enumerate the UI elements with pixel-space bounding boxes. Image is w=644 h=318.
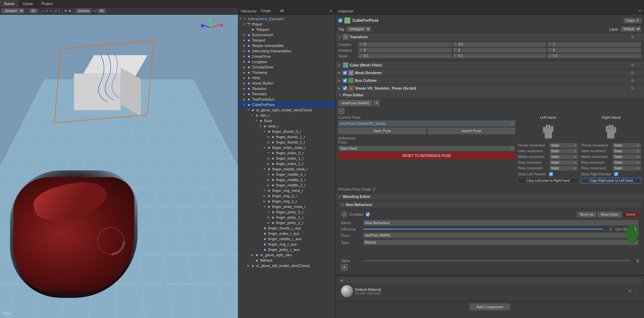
ref-pose-dropdown[interactable]: Open Hand ▼ [338,146,515,151]
material-settings-icon[interactable]: ⚙ [628,289,632,294]
tree-item-remotes[interactable]: ▶ ◆ Remotes [238,91,335,97]
mesh-renderer-checkbox[interactable] [343,71,347,75]
hierarchy-close-icon[interactable]: ✕ [329,9,333,13]
rotate-tool-icon[interactable]: ⊕ [68,9,71,13]
show-left-preview-checkbox[interactable] [549,172,553,176]
thumb-dropdown-left[interactable]: Static ▼ [549,143,578,148]
transform-header[interactable]: ▼ ⊕ Transform ⚙ ⋮ [336,33,644,41]
tree-item-longbow[interactable]: ▶ ◆ Longbow [238,59,335,64]
tree-item-fallback[interactable]: ◆ fallback [238,258,335,263]
show-right-preview-checkbox[interactable] [614,172,618,176]
delete-btn[interactable]: Delete [623,212,639,217]
box-collider-settings-icon[interactable]: ⚙ [630,78,635,83]
mesh-filter-settings-icon[interactable]: ⚙ [630,63,635,67]
tree-item-hover[interactable]: ▶ ◆ Hover Button [238,81,335,86]
mesh-renderer-settings-icon[interactable]: ⚙ [630,71,635,75]
blending-editor-header[interactable]: ▼ Blending Editor [336,194,644,200]
tree-item-middle-meta[interactable]: ▼ ◆ finger_middle_meta_r [238,166,335,172]
new-behaviour-header[interactable]: ▼ New Behaviour [338,202,641,208]
tree-item-thumb0[interactable]: ▼ ◆ finger_thumb_0_r [238,129,335,134]
gizmos-button[interactable]: Gizmos [76,8,92,13]
pose-editor-header[interactable]: ▼ Pose Editor [336,92,644,98]
transform-menu-icon[interactable]: ⋮ [636,35,641,39]
tree-item-ring-meta[interactable]: ▼ ◆ finger_ring_meta_r [238,188,335,193]
copy-right-to-left-btn[interactable]: Copy Right pose to Left hand [581,178,641,183]
tab-game[interactable]: Game [19,0,37,7]
tree-item-interesting[interactable]: ▶ ◆ Interesting Interactables [238,48,335,54]
tree-item-glove-right[interactable]: ▼ ◆ vr_glove_right_model_slim(Clone) [238,107,335,113]
tree-item-simple[interactable]: ▶ ◆ Simple Interactable [238,43,335,48]
material-header[interactable]: ▶ [338,278,641,283]
2d-button[interactable]: 2D [29,8,38,13]
tree-item-thumb1[interactable]: ▶ ◆ finger_thumb_1_r [238,134,335,140]
hierarchy-all-btn[interactable]: All [279,9,285,13]
tree-item-cubeforpose[interactable]: ▼ ◆ CubeForPose [238,102,335,107]
pose-field-dropdown[interactable]: newPose (MAIN) ▼ [363,232,639,238]
tree-item-pinky0[interactable]: ▼ ◆ finger_pinky_0_r [238,209,335,215]
tree-item-thumb2[interactable]: ▶ ◆ finger_thumb_2_r [238,140,335,145]
add-component-btn[interactable]: Add Component [469,304,510,310]
tree-item-skeleton[interactable]: ▶ ◆ Skeleton [238,86,335,91]
tree-item-lineardrive[interactable]: ▶ ◆ LinearDrive [238,54,335,59]
move-tool-icon[interactable]: ✕ [64,9,67,13]
scene-root-item[interactable]: ▼ ⬡ Interactions_Example* [238,16,335,21]
add-behaviour-btn[interactable]: + [341,264,348,271]
tree-item-circulardrive[interactable]: ▶ ◆ CircularDrive [238,64,335,70]
value-slider[interactable] [363,260,630,261]
transform-settings-icon[interactable]: ⚙ [630,35,635,39]
tree-item-player[interactable]: ▼ 📷 Player [238,21,335,27]
tree-item-pinky-aux[interactable]: ◆ finger_pinky_r_aux [238,247,335,252]
behaviour-enabled-checkbox[interactable] [366,212,370,216]
mesh-filter-header[interactable]: ▶ ⬡ Cube (Mesh Filter) ⚙ ⋮ [336,61,644,69]
tree-item-teleport[interactable]: ◆ Teleport [238,27,335,32]
tab-project[interactable]: Project [37,0,57,7]
reset-to-ref-btn[interactable]: RESET TO REFERENCE POSE [338,153,515,159]
tree-item-testforaction[interactable]: ▶ ◆ TestForAction [238,97,335,102]
tree-item-environment[interactable]: ▶ ◆ Environment [238,32,335,38]
influence-slider[interactable] [363,228,603,230]
tree-item-root[interactable]: ▼ ◆ Root [238,118,335,123]
tree-item-ring1[interactable]: ▶ ◆ finger_ring_1_r [238,199,335,204]
scene-viewport[interactable]: Persp [0,15,238,318]
name-field[interactable] [363,220,639,226]
index-dropdown-left[interactable]: Static ▼ [549,149,578,154]
import-pose-btn[interactable]: Import Pose [428,127,515,134]
type-field-dropdown[interactable]: Manual ▼ [363,240,639,245]
skeleton-poser-checkbox[interactable] [343,86,347,90]
tree-item-ring0[interactable]: ▶ ◆ finger_ring_0_r [238,193,335,199]
copy-left-to-right-btn[interactable]: Copy Left pose to Right hand [518,178,578,183]
skeleton-poser-menu-icon[interactable]: ⋮ [636,86,641,91]
box-collider-menu-icon[interactable]: ⋮ [636,78,641,83]
tree-item-slim-r[interactable]: ▼ ◆ slim_r [238,113,335,118]
pinky-dropdown-right[interactable]: Static ▼ [612,166,641,171]
new-pose-btn[interactable]: newPose (MAIN) [338,100,372,106]
pose-minus-button[interactable]: - [338,108,344,114]
move-up-btn[interactable]: Move Up [577,212,596,217]
tab-scene[interactable]: Scene [0,0,19,7]
box-collider-header[interactable]: ▶ ⬡ Box Collider ⚙ ⋮ [336,77,644,84]
tree-item-middle0[interactable]: ▼ ◆ finger_middle_0_r [238,172,335,177]
tree-item-pinky-meta[interactable]: ▼ ◆ finger_pinky_meta_r [238,204,335,209]
material-menu-icon[interactable]: ⋮ [634,289,639,294]
tree-item-index1[interactable]: ▶ ◆ finger_index_1_r [238,156,335,161]
skeleton-poser-settings-icon[interactable]: ⚙ [630,86,635,91]
move-down-btn[interactable]: Move Down [598,212,622,217]
tree-item-index0[interactable]: ▼ ◆ finger_index_0_r [238,150,335,156]
mesh-renderer-header[interactable]: ▶ ▦ Mesh Renderer ⚙ ⋮ [336,69,644,76]
ring-dropdown-right[interactable]: Static ▼ [612,160,641,165]
tree-item-teleport2[interactable]: ▶ ◆ Teleport [238,38,335,43]
skeleton-poser-header[interactable]: ▶ ✦ Steam VR_Skeleton_Poser (Script) ⚙ ⋮ [336,85,644,92]
pinky-dropdown-left[interactable]: Static ▼ [549,166,578,171]
current-pose-dropdown[interactable]: newPose (SteamVR_Skelet ⚙ [338,121,515,126]
index-dropdown-right[interactable]: Static ▼ [612,149,641,154]
hierarchy-create-btn[interactable]: Create [259,9,272,13]
tree-item-glove-slim[interactable]: ▶ ◆ vr_glove_right_slim [238,252,335,258]
mesh-renderer-menu-icon[interactable]: ⋮ [636,71,641,75]
tree-item-pinky1[interactable]: ▶ ◆ finger_pinky_1_r [238,215,335,220]
save-pose-btn[interactable]: Save Pose [338,127,426,134]
tree-item-glove-left[interactable]: ▶ ◆ vr_glove_left_model_slim(Clone) [238,263,335,268]
pose-add-button[interactable]: + [374,100,380,106]
tree-item-wrist[interactable]: ▼ ◆ wrist_r [238,123,335,129]
tree-item-index-meta[interactable]: ▼ ◆ finger_index_meta_r [238,145,335,150]
layer-dropdown[interactable]: Default [621,26,641,32]
